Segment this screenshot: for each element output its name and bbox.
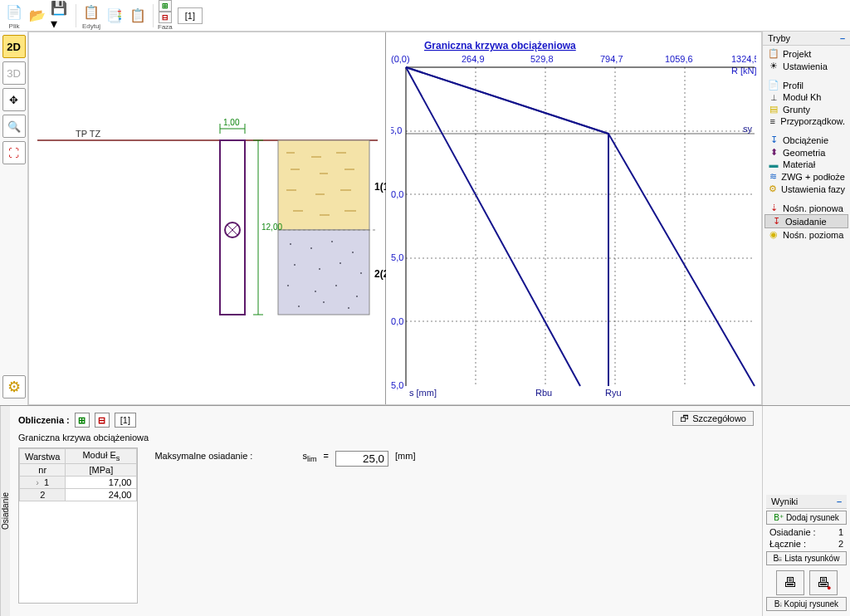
mode-item-no-n-pozioma[interactable]: ◉Nośn. pozioma — [763, 228, 850, 241]
svg-point-22 — [360, 272, 362, 274]
slim-symbol: slim — [302, 451, 316, 463]
geometry-svg: TP TZ 1(1) — [29, 32, 386, 404]
add-calc-button[interactable]: ⊞ — [75, 413, 90, 428]
mode-item-ustawienia[interactable]: ☀Ustawienia — [763, 60, 850, 72]
mode-icon: ◉ — [768, 229, 779, 240]
file-label: Plik — [9, 22, 20, 30]
side-tab-label[interactable]: Osiadanie — [0, 406, 10, 616]
slim-input[interactable] — [335, 451, 388, 467]
table-row[interactable]: ›1 17,00 — [20, 477, 137, 489]
mode-icon: ▤ — [768, 104, 779, 115]
svg-text:264,9: 264,9 — [462, 54, 485, 64]
minimize-icon[interactable]: – — [837, 496, 842, 506]
fit-button[interactable]: ⛶ — [2, 141, 26, 164]
view-3d-button[interactable]: 3D — [2, 61, 26, 85]
mode-icon: ≋ — [768, 171, 778, 182]
mode-icon: 📄 — [768, 80, 779, 90]
mode-icon: ↧ — [770, 216, 782, 227]
drawing-list-button[interactable]: Bᵢᵢ Lista rysunków — [766, 551, 847, 565]
mode-item-grunty[interactable]: ▤Grunty — [763, 103, 850, 115]
calc-subtitle: Graniczna krzywa obciążeniowa — [18, 433, 754, 442]
zoom-button[interactable]: 🔍 — [2, 115, 26, 138]
view-2d-button[interactable]: 2D — [2, 35, 26, 58]
mode-item-ustawienia-fazy[interactable]: ⚙Ustawienia fazy — [763, 183, 850, 195]
layer1-label: 1(1) — [374, 181, 386, 193]
main-toolbar: 📄 Plik 📂 💾▾ 📋 Edytuj 📑 📋 ⊞ ⊟ Faza [1] — [0, 0, 850, 32]
th-modulus: Moduł Es — [66, 449, 137, 464]
result-row: Osiadanie :1 — [766, 526, 847, 538]
svg-text:25,0: 25,0 — [391, 380, 403, 390]
list-icon: Bᵢᵢ — [774, 554, 783, 563]
svg-point-25 — [335, 285, 337, 286]
mode-icon: ⇣ — [768, 203, 779, 213]
pan-button[interactable]: ✥ — [2, 88, 26, 111]
geometry-view[interactable]: TP TZ 1(1) — [29, 32, 386, 404]
result-row: Łącznie :2 — [766, 538, 847, 550]
paste-button[interactable]: 📋 — [127, 5, 149, 27]
svg-text:794,7: 794,7 — [600, 54, 623, 64]
y-unit: s [mm] — [409, 388, 437, 398]
mode-item-projekt[interactable]: 📋Projekt — [763, 47, 850, 60]
mode-item-przyporz-dkow-[interactable]: ≡Przyporządkow. — [763, 115, 850, 127]
mode-item-geometria[interactable]: ⬍Geometria — [763, 146, 850, 159]
copy-button[interactable]: 📑 — [104, 5, 125, 27]
slim-row: Maksymalne osiadanie : slim = [mm] — [154, 447, 415, 604]
remove-calc-button[interactable]: ⊟ — [95, 413, 110, 428]
mode-icon: 📋 — [768, 48, 779, 59]
mode-label: Nośn. pozioma — [783, 230, 843, 240]
svg-point-29 — [348, 307, 349, 309]
mode-label: Moduł Kh — [783, 92, 821, 102]
mode-label: Ustawienia fazy — [781, 184, 845, 194]
x-tick-labels: (0,0) 264,9 529,8 794,7 1059,6 1324,5 — [391, 54, 756, 64]
svg-rect-31 — [220, 140, 245, 315]
settings-button[interactable]: ⚙ — [2, 375, 26, 398]
mode-icon: ⟂ — [768, 92, 779, 102]
mode-item-profil[interactable]: 📄Profil — [763, 79, 850, 91]
edit-button[interactable]: 📋 — [81, 1, 102, 22]
main-area: 2D 3D ✥ 🔍 ⛶ ⚙ TP TZ — [0, 32, 850, 405]
calc-tab-1[interactable]: [1] — [115, 413, 136, 428]
details-button[interactable]: 🗗 Szczegółowo — [672, 411, 754, 426]
svg-text:1324,5: 1324,5 — [731, 54, 756, 64]
print-button-1[interactable]: 🖶 — [776, 570, 804, 595]
ryu-label: Ryu — [605, 388, 622, 398]
svg-text:5,0: 5,0 — [391, 125, 402, 135]
table-row[interactable]: 2 24,00 — [20, 489, 137, 501]
add-icon: B⁺ — [774, 513, 784, 522]
modes-list: 📋Projekt☀Ustawienia📄Profil⟂Moduł Kh▤Grun… — [763, 46, 850, 405]
results-title: Wyniki – — [766, 495, 847, 509]
mode-label: Ustawienia — [783, 61, 828, 71]
mode-item-zwg-pod-o-e[interactable]: ≋ZWG + podłoże — [763, 170, 850, 183]
chart-view[interactable]: Graniczna krzywa obciążeniowa (0,0) 264,… — [386, 32, 761, 404]
mode-item-modu-kh[interactable]: ⟂Moduł Kh — [763, 91, 850, 103]
mode-item-no-n-pionowa[interactable]: ⇣Nośn. pionowa — [763, 202, 850, 214]
mode-label: Nośn. pionowa — [783, 203, 843, 213]
svg-point-18 — [352, 252, 354, 253]
mode-item-obci-enie[interactable]: ↧Obciążenie — [763, 134, 850, 146]
mode-label: Obciążenie — [783, 135, 828, 145]
rbu-label: Rbu — [535, 388, 552, 398]
slim-unit: [mm] — [395, 451, 415, 461]
svg-point-24 — [315, 291, 316, 292]
phase-remove-button[interactable]: ⊟ — [159, 12, 172, 23]
phase-add-button[interactable]: ⊞ — [159, 0, 172, 12]
th-nr: nr — [20, 464, 66, 477]
mode-icon: ▬ — [768, 159, 779, 169]
svg-point-21 — [340, 262, 341, 264]
new-file-button[interactable]: 📄 — [3, 1, 25, 22]
svg-point-17 — [331, 241, 333, 242]
svg-point-19 — [294, 264, 296, 266]
add-drawing-button[interactable]: B⁺ Dodaj rysunek — [766, 511, 847, 525]
calc-header: Obliczenia : ⊞ ⊟ [1] — [18, 413, 754, 428]
mode-item-materia-[interactable]: ▬Materiał — [763, 159, 850, 170]
mode-icon: ☀ — [768, 61, 779, 71]
mode-item-osiadanie[interactable]: ↧Osiadanie — [765, 214, 848, 228]
open-button[interactable]: 📂 — [27, 5, 48, 27]
phase-tab-1[interactable]: [1] — [178, 7, 203, 24]
svg-point-26 — [356, 296, 358, 297]
save-button[interactable]: 💾▾ — [50, 5, 71, 27]
print-button-2[interactable]: 🖶● — [809, 570, 838, 595]
tp-tz-label: TP TZ — [76, 129, 100, 139]
minimize-icon[interactable]: – — [840, 33, 845, 43]
copy-drawing-button[interactable]: BᵢKopiuj rysunek — [766, 597, 847, 611]
